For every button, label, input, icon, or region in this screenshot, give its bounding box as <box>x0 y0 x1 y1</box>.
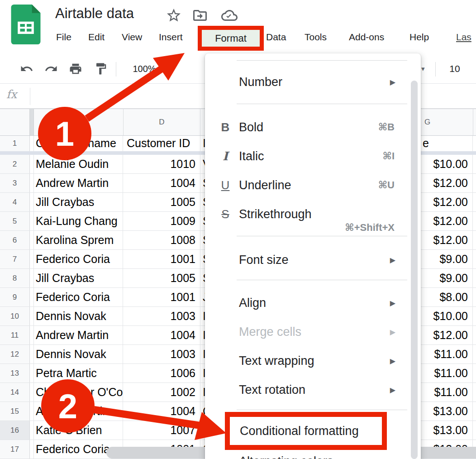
menubar-item-edit[interactable]: Edit <box>88 32 105 43</box>
cell-colB-sliver[interactable] <box>30 402 34 421</box>
row-header[interactable]: 12 <box>0 345 30 363</box>
cell-colB-sliver[interactable] <box>30 231 34 249</box>
row-header[interactable]: 8 <box>0 269 30 287</box>
menu-scrollbar[interactable] <box>411 81 418 459</box>
cloud-check-icon[interactable] <box>221 7 238 24</box>
cell-price[interactable]: $12.00 <box>421 231 473 249</box>
cell-customer-id[interactable]: 1003 <box>123 307 200 325</box>
cell-price[interactable]: $12.00 <box>421 212 473 230</box>
cell-customer-name[interactable]: Karolina Sprem <box>34 231 123 249</box>
cell-customer-id[interactable]: 1009 <box>123 212 200 230</box>
menubar-item-help[interactable]: Help <box>409 32 429 43</box>
cell-colB-sliver[interactable] <box>30 136 34 151</box>
cell-customer-name[interactable]: Andrew Martin <box>34 326 123 344</box>
cell-colB-sliver[interactable] <box>30 307 34 325</box>
menu-item-underline[interactable]: UUnderline⌘U <box>205 171 421 200</box>
sheets-logo-icon[interactable] <box>11 5 41 44</box>
cell-customer-id[interactable]: 1008 <box>123 231 200 249</box>
row-header[interactable]: 4 <box>0 193 30 211</box>
cell-customer-name[interactable]: Kai-Lung Chang <box>34 212 123 230</box>
cell-customer-id[interactable]: 1001 <box>123 250 200 268</box>
row-header[interactable]: 9 <box>0 288 30 306</box>
cell-price[interactable]: $12.00 <box>421 193 473 211</box>
cell-customer-id[interactable]: 1006 <box>123 364 200 382</box>
cell-colB-sliver[interactable] <box>30 193 34 211</box>
cell-customer-id[interactable]: 1002 <box>123 383 200 402</box>
column-header-d[interactable]: D <box>123 109 200 135</box>
select-all-corner[interactable] <box>0 109 30 135</box>
cell-customer-id[interactable]: 1004 <box>123 326 200 344</box>
row-header[interactable]: 11 <box>0 326 30 344</box>
cell-price[interactable]: $13.00 <box>421 402 473 421</box>
last-edit-link[interactable]: Las <box>456 32 476 43</box>
zoom-level-select[interactable]: 100% <box>130 64 158 74</box>
header-customer-id[interactable]: Customer ID <box>123 136 200 151</box>
menu-item-strikethrough[interactable]: SStrikethrough <box>205 200 421 229</box>
cell-colB-sliver[interactable] <box>30 212 34 230</box>
cell-colB-sliver[interactable] <box>30 269 34 287</box>
menu-item-align[interactable]: Align▶ <box>205 288 421 317</box>
dropdown-caret-icon[interactable]: ▾ <box>421 65 425 73</box>
column-header-g[interactable]: G <box>424 109 443 135</box>
cell-customer-name[interactable]: Dennis Novak <box>34 307 123 325</box>
header-customer-name[interactable]: Customer name <box>34 136 123 151</box>
cell-price[interactable]: $12.00 <box>421 326 473 344</box>
cell-price[interactable]: $9.00 <box>421 269 473 287</box>
cell-customer-id[interactable]: 1001 <box>123 288 200 306</box>
cell-price[interactable]: $11.00 <box>421 345 473 363</box>
cell-customer-id[interactable]: 1004 <box>123 402 200 421</box>
cell-colB-sliver[interactable] <box>30 174 34 192</box>
menu-item-text-rotation[interactable]: Text rotation▶ <box>205 375 421 404</box>
menubar-item-add-ons[interactable]: Add-ons <box>349 32 384 43</box>
cell-customer-name[interactable]: Katie O'Brien <box>34 421 123 440</box>
row-header[interactable]: 3 <box>0 174 30 192</box>
cell-customer-name[interactable]: Federico Coria <box>34 250 123 268</box>
cell-price[interactable]: $13.00 <box>421 421 473 440</box>
menubar-item-tools[interactable]: Tools <box>305 32 327 43</box>
cell-customer-name[interactable]: Dennis Novak <box>34 345 123 363</box>
menubar-item-view[interactable]: View <box>122 32 142 43</box>
row-header[interactable]: 5 <box>0 212 30 230</box>
cell-price[interactable]: $9.00 <box>421 250 473 268</box>
menubar-item-format[interactable]: Format <box>215 33 247 44</box>
row-header[interactable]: 15 <box>0 402 30 421</box>
cell-price[interactable]: $8.00 <box>421 288 473 306</box>
star-icon[interactable] <box>166 7 182 24</box>
column-header-b-sliver[interactable] <box>30 109 34 135</box>
cell-customer-id[interactable]: 1010 <box>123 155 200 173</box>
cell-colB-sliver[interactable] <box>30 345 34 363</box>
cell-customer-name[interactable]: Petra Martic <box>34 364 123 382</box>
cell-price[interactable]: $10.00 <box>421 155 473 173</box>
cell-customer-name[interactable]: Federico Coria <box>34 288 123 306</box>
menu-item-alternating-colors[interactable]: Alternating colors <box>205 454 421 459</box>
cell-customer-name[interactable]: Jill Craybas <box>34 269 123 287</box>
cell-colB-sliver[interactable] <box>30 364 34 382</box>
menu-item-number[interactable]: Number▶ <box>205 61 421 104</box>
cell-colB-sliver[interactable] <box>30 155 34 173</box>
row-header[interactable]: 7 <box>0 250 30 268</box>
cell-colB-sliver[interactable] <box>30 288 34 306</box>
cell-colB-sliver[interactable] <box>30 250 34 268</box>
cell-customer-id[interactable]: 1007 <box>123 421 200 440</box>
paint-format-icon[interactable] <box>94 62 108 76</box>
menubar-item-file[interactable]: File <box>56 32 71 43</box>
menu-item-bold[interactable]: BBold⌘B <box>205 113 421 142</box>
cell-price[interactable]: $10.00 <box>421 307 473 325</box>
redo-icon[interactable] <box>44 62 58 76</box>
menu-item-text-wrapping[interactable]: Text wrapping▶ <box>205 346 421 375</box>
row-header[interactable]: 1 <box>0 136 30 151</box>
row-header[interactable]: 10 <box>0 307 30 325</box>
format-menu-highlight-box[interactable]: Format <box>198 26 264 51</box>
cell-customer-name[interactable]: Andrew Martin <box>34 402 123 421</box>
cell-customer-name[interactable]: Christopher O'Co <box>34 383 123 402</box>
cell-price[interactable]: $11.00 <box>421 383 473 402</box>
cell-customer-id[interactable]: 1004 <box>123 174 200 192</box>
font-size-input[interactable]: 10 <box>445 63 464 74</box>
menubar-item-data[interactable]: Data <box>266 32 286 43</box>
cell-colB-sliver[interactable] <box>30 440 34 459</box>
row-header[interactable]: 6 <box>0 231 30 249</box>
row-header[interactable]: 13 <box>0 364 30 382</box>
row-header[interactable]: 16 <box>0 421 30 440</box>
cell-colB-sliver[interactable] <box>30 383 34 402</box>
menu-item-merge-cells[interactable]: Merge cells▶ <box>205 317 421 346</box>
